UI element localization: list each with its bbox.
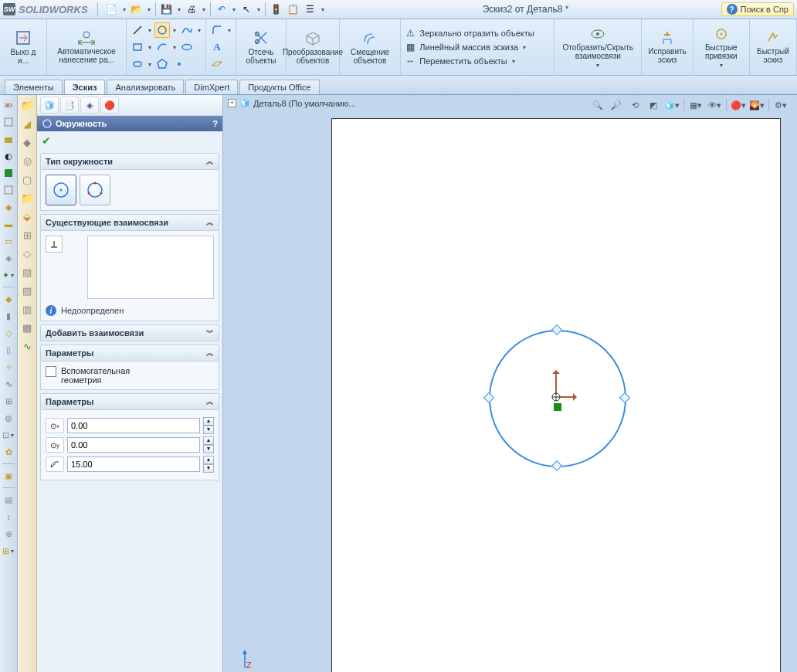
tool-3d[interactable]: 3D — [2, 98, 15, 112]
move-entities-button[interactable]: ↔Переместить объекты▾ — [404, 55, 551, 67]
tool-2-7[interactable]: ⊞ — [2, 394, 15, 408]
polygon-tool-button[interactable] — [154, 56, 170, 72]
construction-checkbox[interactable]: Вспомогательная геометрия — [46, 366, 214, 385]
tool-sweep[interactable]: ▬ — [2, 217, 15, 231]
display-style-button[interactable]: ▦▾ — [687, 97, 704, 114]
dropdown-icon[interactable]: ▾ — [256, 6, 262, 13]
tree-folder2[interactable]: 📁 — [20, 191, 34, 205]
rapid-sketch-button[interactable]: Быстрый эскиз — [750, 19, 797, 75]
pm-tab-feature[interactable]: 🧊 — [40, 97, 59, 114]
breadcrumb[interactable]: + 🧊 Деталь8 (По умолчанию... — [228, 98, 356, 108]
section-view-button[interactable]: ◩ — [645, 97, 662, 114]
tree-misc5[interactable]: ▩ — [20, 321, 34, 334]
open-file-button[interactable]: 📂 — [129, 2, 144, 17]
tool-3-1[interactable]: ▣ — [2, 469, 15, 483]
tab-evaluate[interactable]: Анализировать — [107, 80, 184, 94]
tree-curve[interactable]: ∿ — [20, 339, 34, 353]
dropdown-icon[interactable]: ▾ — [201, 6, 207, 13]
tree-misc3[interactable]: ▧ — [20, 283, 34, 297]
dropdown-icon[interactable]: ▾ — [146, 6, 152, 13]
select-button[interactable]: ↖ — [239, 2, 254, 17]
offset-button[interactable]: Смещение объектов — [340, 19, 401, 75]
tree-misc4[interactable]: ▥ — [20, 302, 34, 316]
point-tool-button[interactable] — [171, 56, 187, 72]
tree-misc1[interactable]: ◇ — [20, 246, 34, 260]
tool-2-10[interactable]: ✿ — [2, 445, 15, 459]
section-circle-type[interactable]: Тип окружности︽ — [40, 153, 219, 170]
scene-button[interactable]: 🌄▾ — [748, 97, 765, 114]
relations-listbox[interactable] — [87, 236, 214, 299]
pm-tab-config[interactable]: 📑 — [60, 97, 79, 114]
prev-view-button[interactable]: ⟲ — [626, 97, 643, 114]
appearance-button[interactable]: 🔴▾ — [730, 97, 747, 114]
tool-loft[interactable]: ◆ — [2, 200, 15, 214]
zoom-fit-button[interactable]: 🔍 — [589, 97, 606, 114]
tree-part[interactable]: ◢ — [20, 117, 34, 131]
spin-down[interactable]: ▼ — [203, 445, 214, 453]
radius-input[interactable] — [67, 456, 200, 472]
tool-sheet[interactable] — [2, 183, 15, 197]
ellipse-tool-button[interactable] — [179, 39, 195, 55]
tool-cut[interactable] — [2, 166, 15, 180]
tool-2-6[interactable]: ∿ — [2, 377, 15, 391]
tree-pattern[interactable]: ⊞ — [20, 228, 34, 242]
tool-revolve[interactable]: ◐ — [2, 149, 15, 163]
help-search[interactable]: ? Поиск в Спр — [721, 2, 794, 16]
spin-up[interactable]: ▲ — [203, 417, 214, 426]
perimeter-circle-button[interactable] — [80, 175, 110, 205]
tool-rib[interactable]: ◈ — [2, 251, 15, 265]
display-relations-button[interactable]: Отобразить/Скрыть взаимосвязи ▾ — [555, 19, 642, 75]
plane-tool-button[interactable] — [209, 56, 225, 72]
spline-tool-button[interactable] — [179, 22, 195, 38]
tool-2-3[interactable]: ◇ — [2, 326, 15, 340]
exit-sketch-button[interactable]: Выхо д и... — [0, 19, 47, 75]
text-tool-button[interactable]: A — [209, 39, 225, 55]
spin-down[interactable]: ▼ — [203, 426, 214, 434]
center-x-input[interactable] — [67, 418, 200, 433]
new-file-button[interactable]: 📄 — [104, 2, 120, 17]
view-orient-button[interactable]: 🧊▾ — [663, 97, 680, 114]
tree-assembly[interactable]: ◆ — [20, 135, 34, 149]
rectangle-tool-button[interactable] — [130, 39, 145, 55]
dropdown-icon[interactable]: ▾ — [231, 6, 237, 13]
mirror-button[interactable]: ⚠Зеркально отразить объекты — [404, 27, 551, 39]
section-add-relations[interactable]: Добавить взаимосвязи︾ — [40, 324, 219, 341]
dropdown-icon[interactable]: ▾ — [121, 6, 127, 13]
tool-box[interactable] — [2, 115, 15, 129]
undo-button[interactable]: ↶ — [214, 2, 229, 17]
section-existing-relations[interactable]: Существующие взаимосвязи︽ — [40, 214, 219, 231]
tool-2-8[interactable]: ◍ — [2, 411, 15, 425]
repair-sketch-button[interactable]: Исправить эскиз — [642, 19, 694, 75]
tree-hole[interactable]: ◎ — [20, 154, 34, 168]
quick-snaps-button[interactable]: Быстрые привязки ▾ — [694, 19, 750, 75]
linear-pattern-button[interactable]: ▦Линейный массив эскиза▾ — [404, 41, 551, 53]
tool-2-5[interactable]: ✧ — [2, 360, 15, 374]
dropdown-icon[interactable]: ▾ — [176, 6, 182, 13]
pm-tab-property[interactable]: ◈ — [80, 97, 99, 114]
tool-2-9[interactable]: ⊡▾ — [2, 428, 15, 442]
tab-dimxpert[interactable]: DimXpert — [185, 80, 238, 94]
tab-sketch[interactable]: Эскиз — [64, 80, 106, 94]
settings-button[interactable]: ☰ — [303, 2, 318, 17]
dropdown-icon[interactable]: ▾ — [320, 6, 326, 13]
tab-features[interactable]: Элементы — [5, 80, 63, 94]
view-settings-button[interactable]: ⚙▾ — [772, 97, 789, 114]
spin-up[interactable]: ▲ — [203, 456, 214, 464]
tool-2-1[interactable]: ◆ — [2, 292, 15, 306]
rebuild-button[interactable]: 🚦 — [269, 2, 284, 17]
center-y-input[interactable] — [67, 437, 200, 453]
tool-boss[interactable] — [2, 132, 15, 146]
tree-misc2[interactable]: ▨ — [20, 265, 34, 279]
origin-marker[interactable] — [551, 392, 561, 402]
tab-office[interactable]: Продукты Office — [239, 80, 319, 94]
options-button[interactable]: 📋 — [286, 2, 301, 17]
tree-folder[interactable]: 📁 — [20, 98, 34, 112]
circle-tool-button[interactable] — [154, 22, 170, 38]
section-options[interactable]: Параметры︽ — [40, 344, 219, 361]
graphics-area[interactable]: + 🧊 Деталь8 (По умолчанию... 🔍 🔎 ⟲ ◩ 🧊▾ … — [223, 95, 797, 672]
coincident-relation-icon[interactable] — [554, 403, 561, 411]
help-icon[interactable]: ? — [212, 119, 218, 128]
tool-4-3[interactable]: ⊕ — [2, 527, 15, 541]
tool-4-2[interactable]: ↕ — [2, 510, 15, 524]
hide-show-button[interactable]: 👁▾ — [706, 97, 723, 114]
